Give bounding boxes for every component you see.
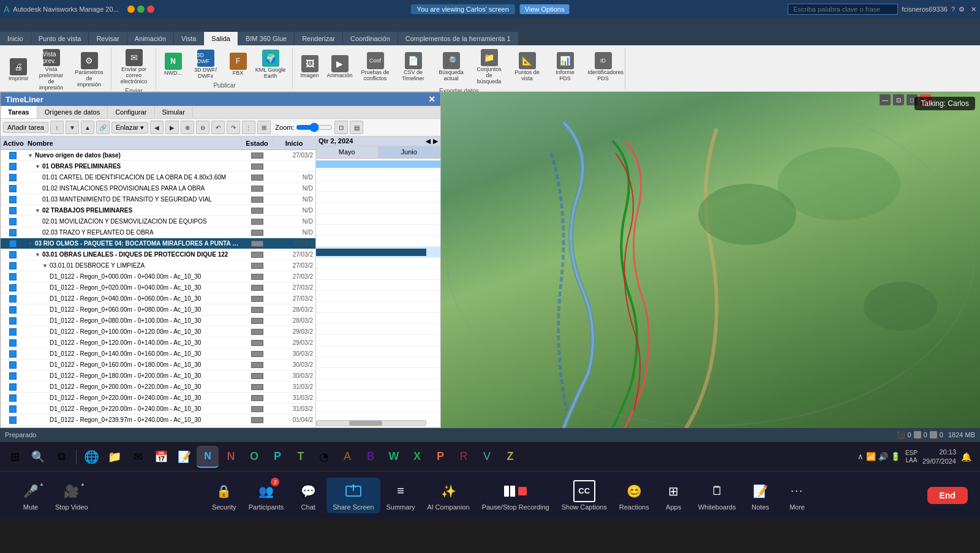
minimize-btn[interactable]	[127, 6, 135, 13]
ribbon-btn-vista-previa[interactable]: Vista prev. Vista preliminar de impresió…	[34, 48, 69, 92]
ribbon-tab-inicio[interactable]: Inicio	[0, 32, 31, 45]
tb-btn-view[interactable]: ▤	[350, 121, 363, 134]
navisworks-icon[interactable]: N	[197, 446, 219, 468]
ribbon-btn-imprimir[interactable]: 🖨 Imprimir	[6, 57, 31, 83]
security-button[interactable]: 🔒 Security	[206, 478, 243, 513]
task-row-22[interactable]: D1_0122 - Regon_0+220.00m - 0+240.00m - …	[1, 393, 315, 404]
close-app-btn[interactable]: ✕	[971, 6, 976, 13]
timeliner-tab-origenes[interactable]: Orígenes de datos	[37, 106, 108, 118]
maximize-btn[interactable]	[137, 6, 145, 13]
task-row-10[interactable]: ▼03.01.01 DESBROCE Y LIMPIEZA27/03/2	[1, 260, 315, 271]
app4-icon[interactable]: V	[476, 446, 498, 468]
checkbox[interactable]	[9, 251, 17, 258]
checkbox[interactable]	[9, 196, 17, 203]
tb-btn-link[interactable]: 🔗	[96, 121, 110, 134]
chrome-icon[interactable]: ◔	[313, 446, 335, 468]
ribbon-btn-animacion[interactable]: ▶ Animación	[325, 54, 355, 80]
whiteboards-button[interactable]: 🗒 Whiteboards	[692, 478, 742, 513]
app5-icon[interactable]: Z	[499, 446, 521, 468]
checkbox[interactable]	[9, 405, 17, 413]
checkbox[interactable]	[9, 284, 17, 292]
ribbon-btn-csv[interactable]: 📄 CSV de Timeliner	[396, 51, 431, 83]
checkbox[interactable]	[9, 295, 17, 303]
task-row-12[interactable]: D1_0122 - Regon_0+020.00m - 0+040.00m - …	[1, 282, 315, 293]
task-row-5[interactable]: ▼02 TRABAJOS PRELIMINARESN/D	[1, 205, 315, 216]
tb-btn-9[interactable]: ↷	[227, 121, 240, 134]
volume-icon[interactable]: 🔊	[878, 452, 888, 461]
task-row-9[interactable]: ▼03.01 OBRAS LINEALES - DIQUES DE PROTEC…	[1, 249, 315, 260]
task-row-4[interactable]: 01.03 MANTENIMIENTO DE TRÁNSITO Y SEGURI…	[1, 194, 315, 205]
settings-icon[interactable]: ⚙	[959, 6, 965, 13]
checkbox[interactable]	[9, 394, 17, 402]
start-button[interactable]: ⊞	[4, 446, 26, 468]
end-button[interactable]: End	[927, 487, 968, 504]
ribbon-btn-nwd[interactable]: N NWD...	[161, 51, 186, 78]
checkbox[interactable]	[9, 416, 17, 424]
timeliner-tab-configurar[interactable]: Configurar	[108, 106, 154, 118]
task-row-16[interactable]: D1_0122 - Regon_0+100.00m - 0+120.00m - …	[1, 326, 315, 337]
ribbon-btn-kml[interactable]: 🌍 KML Google Earth	[253, 48, 288, 81]
task-row-24[interactable]: D1_0122 - Regon_0+239.97m - 0+240.00m - …	[1, 415, 315, 426]
ribbon-btn-puntos-vista[interactable]: 📐 Puntos de vista	[510, 51, 545, 83]
checkbox[interactable]	[9, 339, 17, 347]
link-btn[interactable]: Enlazar ▾	[111, 122, 148, 134]
ribbon-btn-imagen[interactable]: 🖼 Imagen	[298, 54, 322, 80]
show-captions-button[interactable]: CC Show Captions	[556, 478, 613, 513]
checkbox[interactable]	[9, 361, 17, 369]
notepad-icon[interactable]: 📝	[173, 446, 195, 468]
tb-btn-5[interactable]: ▶	[165, 121, 179, 134]
ai-companion-button[interactable]: ✨ Al Companion	[421, 478, 476, 513]
timeliner-tab-tareas[interactable]: Tareas	[1, 106, 37, 118]
app3-icon[interactable]: R	[453, 446, 475, 468]
word-icon[interactable]: W	[383, 446, 405, 468]
apps-button[interactable]: ⊞ Apps	[655, 478, 692, 513]
ribbon-btn-enviar-correo[interactable]: ✉ Enviar por correo electrónico	[116, 48, 152, 86]
timeliner-close-btn[interactable]: ✕	[428, 94, 435, 104]
tb-btn-4[interactable]: ◀	[150, 121, 164, 134]
tb-btn-7[interactable]: ⊖	[196, 121, 209, 134]
tb-btn-3[interactable]: ▲	[81, 121, 94, 134]
task-row-14[interactable]: D1_0122 - Regon_0+060.00m - 0+080.00m - …	[1, 304, 315, 315]
task-row-15[interactable]: D1_0122 - Regon_0+080.00m - 0+100.00m - …	[1, 315, 315, 326]
ribbon-tab-bim-360-glue[interactable]: BIM 360 Glue	[238, 32, 295, 45]
ribbon-btn-3ddwf[interactable]: 3D DWF 3D DWF/ DWFx	[188, 48, 224, 81]
search-input[interactable]	[788, 4, 898, 15]
checkbox[interactable]	[9, 383, 17, 391]
explorer-icon[interactable]: 📁	[104, 446, 126, 468]
timeliner-tab-simular[interactable]: Simular	[155, 106, 193, 118]
excel-icon[interactable]: X	[406, 446, 428, 468]
outlook-icon[interactable]: O	[243, 446, 265, 468]
app2-icon[interactable]: B	[360, 446, 382, 468]
stop-video-button[interactable]: 🎥 ▲ Stop Video	[49, 478, 94, 513]
mail-icon[interactable]: ✉	[127, 446, 149, 468]
gantt-nav-right[interactable]: ▶	[433, 138, 438, 145]
zoom-slider[interactable]	[296, 122, 333, 132]
more-button[interactable]: ··· More	[778, 478, 815, 513]
pause-recording-button[interactable]: Pause/Stop Recording	[476, 478, 556, 513]
search-button[interactable]: 🔍	[27, 446, 49, 468]
reactions-button[interactable]: 😊 Reactions	[613, 478, 655, 513]
summary-button[interactable]: ≡ Summary	[380, 478, 421, 513]
ribbon-tab-punto-de-vista[interactable]: Punto de vista	[31, 32, 89, 45]
battery-icon[interactable]: 🔋	[891, 452, 900, 461]
task-row-13[interactable]: D1_0122 - Regon_0+040.00m - 0+060.00m - …	[1, 293, 315, 304]
checkbox[interactable]	[9, 306, 17, 314]
edge-icon[interactable]: 🌐	[80, 446, 102, 468]
ribbon-btn-fbx[interactable]: F FBX	[226, 51, 251, 78]
participants-button[interactable]: 👥 2 Participants	[243, 478, 290, 513]
task-row-25[interactable]: D1_0122 - Regon_0+240.00m - 0+260.00m - …	[1, 426, 315, 427]
tb-btn-zoom-fit[interactable]: ⊡	[334, 121, 348, 134]
ribbon-tab-animación[interactable]: Animación	[127, 32, 174, 45]
win-restore[interactable]: ⊡	[893, 94, 904, 105]
checkbox[interactable]	[9, 229, 17, 236]
ribbon-tab-complementos-de-la-herramienta-1[interactable]: Complementos de la herramienta 1	[398, 32, 519, 45]
task-row-17[interactable]: D1_0122 - Regon_0+120.00m - 0+140.00m - …	[1, 337, 315, 348]
task-row-21[interactable]: D1_0122 - Regon_0+200.00m - 0+220.00m - …	[1, 382, 315, 393]
mute-button[interactable]: 🎤 ▲ Mute	[12, 478, 49, 513]
checkbox[interactable]	[9, 372, 17, 380]
onenote-icon[interactable]: N	[220, 446, 242, 468]
win-minimize[interactable]: —	[880, 94, 891, 105]
ribbon-tab-coordinación[interactable]: Coordinación	[343, 32, 398, 45]
project-icon[interactable]: P	[266, 446, 288, 468]
ribbon-btn-parametros[interactable]: ⚙ Parámetros de impresión	[72, 51, 107, 89]
